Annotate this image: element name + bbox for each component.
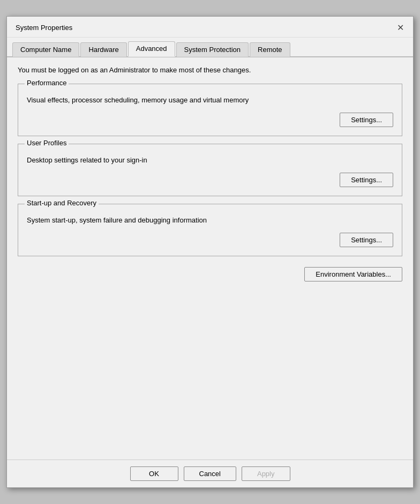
tab-content: You must be logged on as an Administrato…	[7, 57, 413, 459]
system-properties-dialog: System Properties ✕ Computer Name Hardwa…	[6, 16, 414, 488]
apply-button[interactable]: Apply	[242, 466, 290, 481]
user-profiles-group-content: Desktop settings related to your sign-in…	[18, 144, 402, 196]
ok-button[interactable]: OK	[130, 466, 178, 481]
startup-recovery-btn-row: Settings...	[27, 233, 393, 247]
performance-group-label: Performance	[25, 79, 69, 87]
tab-advanced[interactable]: Advanced	[128, 41, 175, 57]
performance-desc: Visual effects, processor scheduling, me…	[27, 96, 393, 104]
startup-recovery-desc: System start-up, system failure and debu…	[27, 216, 393, 224]
tab-hardware[interactable]: Hardware	[80, 42, 126, 57]
user-profiles-desc: Desktop settings related to your sign-in	[27, 156, 393, 164]
user-profiles-btn-row: Settings...	[27, 173, 393, 187]
dialog-title: System Properties	[16, 24, 72, 32]
title-bar: System Properties ✕	[7, 17, 413, 38]
performance-group: Performance Visual effects, processor sc…	[18, 84, 402, 136]
performance-group-content: Visual effects, processor scheduling, me…	[18, 84, 402, 136]
environment-variables-button[interactable]: Environment Variables...	[304, 267, 402, 281]
admin-info-text: You must be logged on as an Administrato…	[18, 66, 402, 74]
startup-recovery-group-content: System start-up, system failure and debu…	[18, 204, 402, 256]
tab-remote[interactable]: Remote	[250, 42, 290, 57]
tab-system-protection[interactable]: System Protection	[176, 42, 249, 57]
bottom-bar: OK Cancel Apply	[7, 459, 413, 487]
user-profiles-group-label: User Profiles	[25, 139, 69, 147]
tabs-row: Computer Name Hardware Advanced System P…	[7, 38, 413, 57]
close-button[interactable]: ✕	[394, 21, 407, 34]
user-profiles-group: User Profiles Desktop settings related t…	[18, 144, 402, 196]
user-profiles-settings-button[interactable]: Settings...	[340, 173, 393, 187]
startup-recovery-group: Start-up and Recovery System start-up, s…	[18, 204, 402, 256]
startup-recovery-settings-button[interactable]: Settings...	[340, 233, 393, 247]
performance-settings-button[interactable]: Settings...	[340, 113, 393, 127]
performance-btn-row: Settings...	[27, 113, 393, 127]
tab-computer-name[interactable]: Computer Name	[12, 42, 79, 57]
startup-recovery-group-label: Start-up and Recovery	[25, 199, 99, 207]
cancel-button[interactable]: Cancel	[184, 466, 236, 481]
env-variables-row: Environment Variables...	[18, 264, 402, 285]
